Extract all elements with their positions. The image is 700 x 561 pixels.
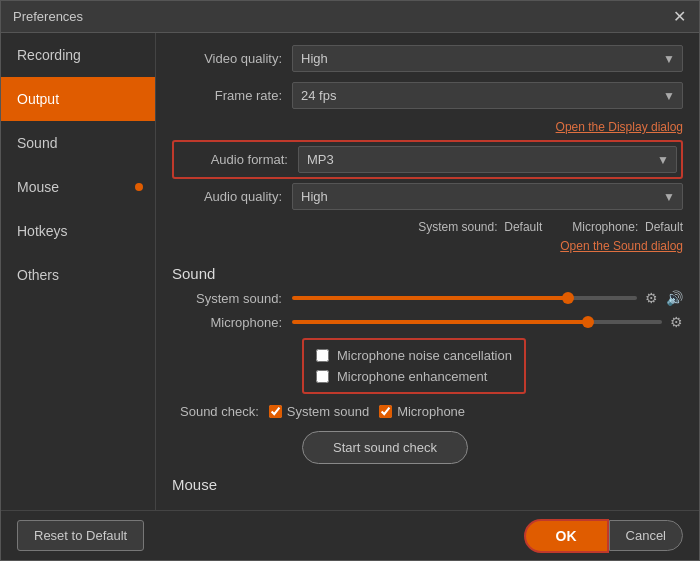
sidebar-label-sound: Sound — [17, 135, 57, 151]
system-sound-check-checkbox[interactable] — [269, 405, 282, 418]
sound-check-row: Sound check: System sound Microphone — [172, 404, 683, 419]
speaker-icon[interactable]: 🔊 — [666, 290, 683, 306]
bottom-bar: Reset to Default OK Cancel — [1, 510, 699, 560]
video-quality-select[interactable]: High — [292, 45, 683, 72]
system-sound-slider-row: System sound: ⚙ 🔊 — [172, 290, 683, 306]
sidebar-item-recording[interactable]: Recording — [1, 33, 155, 77]
sound-section-title: Sound — [172, 265, 683, 282]
ok-button[interactable]: OK — [524, 519, 609, 553]
title-bar: Preferences ✕ — [1, 1, 699, 33]
audio-format-highlight: Audio format: MP3 ▼ — [172, 140, 683, 179]
video-quality-select-wrapper: High ▼ — [292, 45, 683, 72]
sidebar-label-output: Output — [17, 91, 59, 107]
enhancement-row: Microphone enhancement — [316, 369, 512, 384]
sidebar-item-mouse[interactable]: Mouse — [1, 165, 155, 209]
mouse-dot-indicator — [135, 183, 143, 191]
window-title: Preferences — [13, 9, 83, 24]
microphone-check-checkbox[interactable] — [379, 405, 392, 418]
noise-cancellation-checkbox[interactable] — [316, 349, 329, 362]
microphone-thumb — [582, 316, 594, 328]
reset-to-default-button[interactable]: Reset to Default — [17, 520, 144, 551]
microphone-default-label: Microphone: Default — [572, 220, 683, 234]
gear-icon-system[interactable]: ⚙ — [645, 290, 658, 306]
close-button[interactable]: ✕ — [671, 9, 687, 25]
sidebar-item-hotkeys[interactable]: Hotkeys — [1, 209, 155, 253]
system-sound-thumb — [562, 292, 574, 304]
sidebar-label-hotkeys: Hotkeys — [17, 223, 68, 239]
system-sound-slider-label: System sound: — [172, 291, 292, 306]
display-dialog-link-row: Open the Display dialog — [172, 119, 683, 134]
mouse-section-title: Mouse — [172, 476, 683, 493]
system-sound-slider[interactable] — [292, 296, 637, 300]
enhancement-checkbox[interactable] — [316, 370, 329, 383]
open-display-dialog-link[interactable]: Open the Display dialog — [556, 120, 683, 134]
microphone-check-item: Microphone — [379, 404, 465, 419]
microphone-check-label: Microphone — [397, 404, 465, 419]
system-sound-slider-wrapper: ⚙ 🔊 — [292, 290, 683, 306]
sidebar-item-others[interactable]: Others — [1, 253, 155, 297]
audio-quality-label: Audio quality: — [172, 189, 292, 204]
sidebar-label-mouse: Mouse — [17, 179, 59, 195]
video-quality-label: Video quality: — [172, 51, 292, 66]
audio-format-row: Audio format: MP3 ▼ — [178, 146, 677, 173]
audio-format-label: Audio format: — [178, 152, 298, 167]
sidebar-label-others: Others — [17, 267, 59, 283]
microphone-slider-wrapper: ⚙ — [292, 314, 683, 330]
sound-check-label: Sound check: — [180, 404, 259, 419]
audio-format-select[interactable]: MP3 — [298, 146, 677, 173]
preferences-window: Preferences ✕ Recording Output Sound Mou… — [0, 0, 700, 561]
gear-icon-mic[interactable]: ⚙ — [670, 314, 683, 330]
system-sound-check-label: System sound — [287, 404, 369, 419]
audio-format-select-wrapper: MP3 ▼ — [298, 146, 677, 173]
frame-rate-row: Frame rate: 24 fps ▼ — [172, 82, 683, 109]
microphone-slider[interactable] — [292, 320, 662, 324]
sidebar-item-output[interactable]: Output — [1, 77, 155, 121]
sound-dialog-link-row: Open the Sound dialog — [172, 238, 683, 253]
start-sound-check-button[interactable]: Start sound check — [302, 431, 468, 464]
sidebar-item-sound[interactable]: Sound — [1, 121, 155, 165]
audio-quality-row: Audio quality: High ▼ — [172, 183, 683, 210]
noise-cancellation-row: Microphone noise cancellation — [316, 348, 512, 363]
enhancement-label: Microphone enhancement — [337, 369, 487, 384]
video-quality-row: Video quality: High ▼ — [172, 45, 683, 72]
noise-cancellation-label: Microphone noise cancellation — [337, 348, 512, 363]
open-sound-dialog-link[interactable]: Open the Sound dialog — [560, 239, 683, 253]
main-panel: Video quality: High ▼ Frame rate: 24 fps… — [156, 33, 699, 510]
sidebar: Recording Output Sound Mouse Hotkeys Oth… — [1, 33, 156, 510]
system-sound-default-label: System sound: Default — [418, 220, 542, 234]
audio-quality-select-wrapper: High ▼ — [292, 183, 683, 210]
cancel-button[interactable]: Cancel — [609, 520, 683, 551]
frame-rate-select[interactable]: 24 fps — [292, 82, 683, 109]
ok-cancel-group: OK Cancel — [524, 519, 683, 553]
defaults-row: System sound: Default Microphone: Defaul… — [172, 220, 683, 234]
microphone-checkbox-box: Microphone noise cancellation Microphone… — [302, 338, 526, 394]
frame-rate-select-wrapper: 24 fps ▼ — [292, 82, 683, 109]
microphone-slider-label: Microphone: — [172, 315, 292, 330]
system-sound-check-item: System sound — [269, 404, 369, 419]
frame-rate-label: Frame rate: — [172, 88, 292, 103]
audio-quality-select[interactable]: High — [292, 183, 683, 210]
sidebar-label-recording: Recording — [17, 47, 81, 63]
main-content: Recording Output Sound Mouse Hotkeys Oth… — [1, 33, 699, 510]
microphone-slider-row: Microphone: ⚙ — [172, 314, 683, 330]
